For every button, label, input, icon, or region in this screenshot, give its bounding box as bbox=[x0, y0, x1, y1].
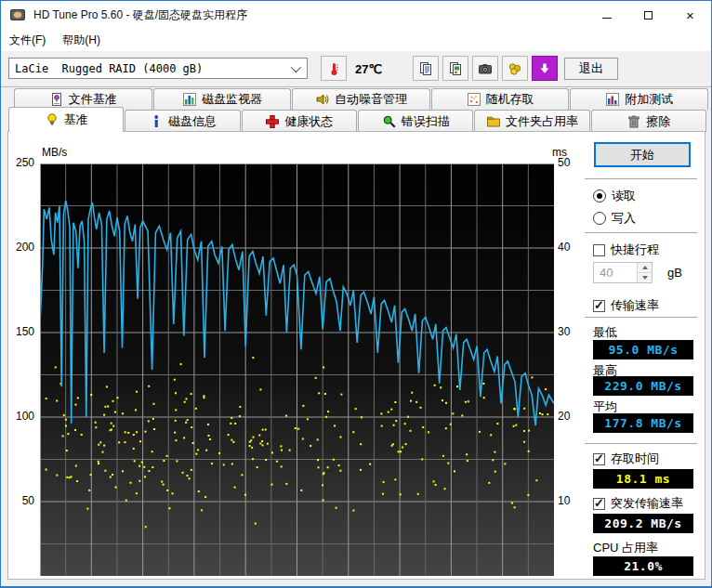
close-button[interactable]: × bbox=[669, 1, 711, 29]
toolbar: LaCie Rugged RAID (4000 gB) 27℃ 退出 bbox=[1, 51, 711, 87]
burst-rate-label: 突发传输速率 bbox=[611, 495, 683, 512]
tab-extra-tests[interactable]: 附加测试 bbox=[570, 88, 708, 110]
extra-tests-icon bbox=[605, 92, 620, 107]
stepper-down-button[interactable] bbox=[638, 273, 652, 282]
tab-error-scan[interactable]: 错误扫描 bbox=[358, 110, 473, 132]
tab-random-access[interactable]: 随机存取 bbox=[431, 88, 570, 110]
drive-selector[interactable]: LaCie Rugged RAID (4000 gB) bbox=[8, 58, 308, 79]
menu-bar: 文件(F) 帮助(H) bbox=[1, 29, 711, 51]
start-button[interactable]: 开始 bbox=[594, 142, 691, 167]
tab-disk-monitor[interactable]: 磁盘监视器 bbox=[153, 88, 292, 110]
save-button[interactable] bbox=[532, 56, 558, 81]
right-axis-tick: 30 bbox=[558, 325, 586, 338]
tab-label: 文件夹占用率 bbox=[506, 113, 578, 130]
maximize-button[interactable] bbox=[627, 1, 669, 29]
camera-icon bbox=[478, 61, 493, 76]
right-axis-tick: 50 bbox=[558, 156, 586, 169]
copy-image-icon bbox=[448, 61, 463, 76]
write-radio[interactable]: 写入 bbox=[593, 210, 636, 227]
lightbulb-icon bbox=[45, 112, 59, 127]
temperature-value: 27℃ bbox=[355, 62, 382, 76]
menu-file[interactable]: 文件(F) bbox=[1, 30, 54, 51]
checkbox-icon bbox=[593, 453, 605, 465]
copy-text-icon bbox=[418, 61, 433, 76]
benchmark-chart bbox=[40, 163, 554, 576]
export-button[interactable] bbox=[502, 56, 528, 81]
tab-label: 磁盘信息 bbox=[168, 113, 217, 130]
separator bbox=[585, 443, 697, 444]
short-stroke-size-stepper[interactable]: 40 bbox=[593, 262, 653, 283]
checkbox-icon bbox=[593, 498, 605, 510]
tab-folder-usage[interactable]: 文件夹占用率 bbox=[474, 110, 589, 132]
checkbox-icon bbox=[593, 300, 605, 312]
window-title: HD Tune Pro 5.60 - 硬盘/固态硬盘实用程序 bbox=[33, 7, 247, 23]
tab-label: 附加测试 bbox=[625, 91, 673, 108]
arrow-down-icon bbox=[642, 276, 648, 280]
left-axis-unit: MB/s bbox=[42, 146, 67, 159]
left-axis-tick: 200 bbox=[7, 241, 34, 254]
file-benchmark-icon bbox=[49, 92, 64, 107]
temperature-button[interactable] bbox=[321, 56, 347, 81]
transfer-rate-label: 传输速率 bbox=[611, 297, 659, 314]
separator bbox=[585, 178, 697, 179]
tab-label: 擦除 bbox=[646, 113, 670, 130]
menu-help[interactable]: 帮助(H) bbox=[54, 30, 109, 51]
hdtune-window: HD Tune Pro 5.60 - 硬盘/固态硬盘实用程序 × 文件(F) 帮… bbox=[0, 0, 712, 588]
tab-benchmark[interactable]: 基准 bbox=[8, 107, 124, 132]
app-logo-icon bbox=[10, 7, 26, 23]
info-icon bbox=[149, 114, 164, 129]
health-cross-icon bbox=[265, 114, 280, 129]
magnifier-icon bbox=[382, 114, 397, 129]
left-axis-tick: 100 bbox=[7, 410, 34, 423]
right-axis-tick: 10 bbox=[558, 494, 586, 507]
arrow-up-icon bbox=[642, 266, 648, 269]
tab-aam[interactable]: 自动噪音管理 bbox=[292, 88, 430, 110]
copy-image-button[interactable] bbox=[442, 56, 468, 81]
tab-label: 随机存取 bbox=[486, 91, 534, 108]
random-access-icon bbox=[467, 92, 481, 107]
tab-health[interactable]: 健康状态 bbox=[242, 110, 357, 132]
download-arrow-icon bbox=[537, 61, 552, 76]
burst-rate-display: 209.2 MB/s bbox=[593, 514, 693, 533]
speaker-icon bbox=[315, 92, 330, 107]
tab-erase[interactable]: 擦除 bbox=[591, 110, 706, 132]
tab-row-primary: 基准 磁盘信息 健康状态 错误扫描 文件夹占用率 擦除 bbox=[8, 110, 707, 132]
export-coins-icon bbox=[508, 61, 522, 76]
tab-label: 基准 bbox=[64, 111, 88, 128]
avg-value-display: 177.8 MB/s bbox=[593, 413, 693, 433]
access-time-label: 存取时间 bbox=[611, 451, 659, 467]
radio-icon bbox=[593, 212, 606, 225]
short-stroke-checkbox[interactable]: 快捷行程 bbox=[593, 242, 659, 258]
cpu-usage-display: 21.0% bbox=[593, 556, 693, 576]
minimize-button[interactable] bbox=[586, 1, 627, 29]
short-stroke-unit: gB bbox=[667, 266, 682, 280]
copy-text-button[interactable] bbox=[413, 56, 439, 81]
access-time-checkbox[interactable]: 存取时间 bbox=[593, 451, 659, 467]
stepper-up-button[interactable] bbox=[638, 263, 652, 273]
tab-disk-info[interactable]: 磁盘信息 bbox=[125, 110, 240, 132]
write-radio-label: 写入 bbox=[612, 210, 636, 227]
read-radio[interactable]: 读取 bbox=[593, 188, 636, 204]
thermometer-icon bbox=[326, 61, 341, 76]
min-label: 最低 bbox=[593, 324, 617, 341]
max-value-display: 229.0 MB/s bbox=[593, 376, 693, 396]
screenshot-button[interactable] bbox=[472, 56, 498, 81]
minimize-icon bbox=[602, 18, 612, 19]
drive-selector-value: LaCie Rugged RAID (4000 gB) bbox=[9, 62, 203, 75]
exit-button[interactable]: 退出 bbox=[564, 58, 618, 80]
burst-rate-checkbox[interactable]: 突发传输速率 bbox=[593, 495, 683, 512]
short-stroke-size-value: 40 bbox=[594, 263, 637, 282]
tab-label: 自动噪音管理 bbox=[335, 91, 407, 108]
title-bar: HD Tune Pro 5.60 - 硬盘/固态硬盘实用程序 × bbox=[1, 1, 711, 29]
cpu-usage-label: CPU 占用率 bbox=[593, 540, 658, 556]
min-value-display: 95.0 MB/s bbox=[593, 340, 693, 359]
short-stroke-label: 快捷行程 bbox=[611, 242, 659, 258]
left-axis-tick: 150 bbox=[7, 325, 34, 338]
tab-label: 健康状态 bbox=[284, 113, 333, 130]
transfer-rate-checkbox[interactable]: 传输速率 bbox=[593, 297, 659, 314]
tab-label: 错误扫描 bbox=[402, 113, 450, 130]
left-axis-tick: 250 bbox=[7, 156, 34, 169]
checkbox-icon bbox=[593, 244, 605, 256]
trash-icon bbox=[626, 114, 641, 129]
disk-monitor-icon bbox=[182, 92, 197, 107]
